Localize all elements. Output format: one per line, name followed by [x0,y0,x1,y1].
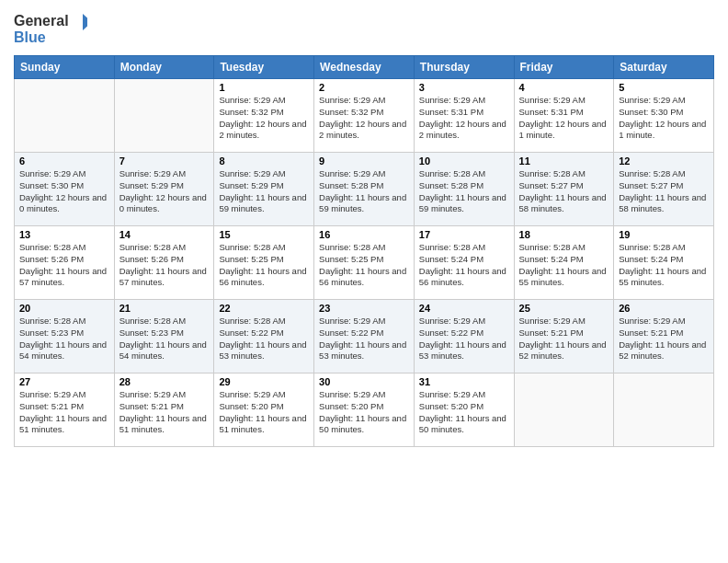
day-info: Sunrise: 5:29 AM Sunset: 5:21 PM Dayligh… [619,316,709,362]
day-number: 8 [219,155,309,167]
day-number: 6 [19,155,109,167]
day-number: 26 [619,303,709,314]
day-number: 23 [319,303,409,314]
day-info: Sunrise: 5:29 AM Sunset: 5:20 PM Dayligh… [319,389,409,436]
day-info: Sunrise: 5:28 AM Sunset: 5:24 PM Dayligh… [519,242,609,289]
day-info: Sunrise: 5:28 AM Sunset: 5:22 PM Dayligh… [219,316,309,362]
day-cell: 11Sunrise: 5:28 AM Sunset: 5:27 PM Dayli… [514,153,614,226]
day-cell: 27Sunrise: 5:29 AM Sunset: 5:21 PM Dayli… [15,373,115,447]
day-info: Sunrise: 5:28 AM Sunset: 5:24 PM Dayligh… [419,242,509,289]
day-info: Sunrise: 5:29 AM Sunset: 5:30 PM Dayligh… [19,168,109,215]
day-cell: 29Sunrise: 5:29 AM Sunset: 5:20 PM Dayli… [214,373,314,447]
day-info: Sunrise: 5:28 AM Sunset: 5:26 PM Dayligh… [119,242,210,289]
day-number: 18 [519,229,609,240]
week-row-5: 27Sunrise: 5:29 AM Sunset: 5:21 PM Dayli… [15,373,714,447]
day-number: 7 [119,155,210,167]
header: General Blue [14,9,714,48]
week-row-4: 20Sunrise: 5:28 AM Sunset: 5:23 PM Dayli… [15,300,714,373]
day-info: Sunrise: 5:28 AM Sunset: 5:25 PM Dayligh… [319,242,409,289]
day-info: Sunrise: 5:29 AM Sunset: 5:31 PM Dayligh… [419,95,509,142]
day-info: Sunrise: 5:29 AM Sunset: 5:20 PM Dayligh… [219,389,309,436]
day-number: 25 [519,303,609,314]
day-cell: 7Sunrise: 5:29 AM Sunset: 5:29 PM Daylig… [114,153,214,226]
day-number: 2 [319,82,409,93]
day-info: Sunrise: 5:28 AM Sunset: 5:25 PM Dayligh… [219,242,309,289]
day-cell: 21Sunrise: 5:28 AM Sunset: 5:23 PM Dayli… [114,300,214,373]
svg-text:General: General [14,13,69,29]
day-header-saturday: Saturday [614,56,714,79]
day-number: 11 [519,155,609,167]
logo: General Blue [14,9,87,48]
day-number: 17 [419,229,509,240]
day-cell: 20Sunrise: 5:28 AM Sunset: 5:23 PM Dayli… [15,300,115,373]
day-header-sunday: Sunday [15,56,115,79]
day-header-thursday: Thursday [414,56,514,79]
day-header-monday: Monday [114,56,214,79]
day-cell: 28Sunrise: 5:29 AM Sunset: 5:21 PM Dayli… [114,373,214,447]
day-number: 5 [619,82,709,93]
day-cell [15,79,115,153]
day-number: 28 [119,376,210,387]
day-cell: 18Sunrise: 5:28 AM Sunset: 5:24 PM Dayli… [514,226,614,300]
day-number: 31 [419,376,509,387]
day-info: Sunrise: 5:29 AM Sunset: 5:29 PM Dayligh… [219,168,309,215]
day-info: Sunrise: 5:28 AM Sunset: 5:24 PM Dayligh… [619,242,709,289]
day-number: 19 [619,229,709,240]
calendar-table: SundayMondayTuesdayWednesdayThursdayFrid… [14,55,714,447]
day-info: Sunrise: 5:28 AM Sunset: 5:27 PM Dayligh… [619,168,709,215]
day-cell: 3Sunrise: 5:29 AM Sunset: 5:31 PM Daylig… [414,79,514,153]
day-number: 21 [119,303,210,314]
day-info: Sunrise: 5:29 AM Sunset: 5:31 PM Dayligh… [519,95,609,142]
day-cell: 1Sunrise: 5:29 AM Sunset: 5:32 PM Daylig… [214,79,314,153]
day-cell: 15Sunrise: 5:28 AM Sunset: 5:25 PM Dayli… [214,226,314,300]
day-cell: 13Sunrise: 5:28 AM Sunset: 5:26 PM Dayli… [15,226,115,300]
day-cell: 16Sunrise: 5:28 AM Sunset: 5:25 PM Dayli… [314,226,415,300]
day-cell: 23Sunrise: 5:29 AM Sunset: 5:22 PM Dayli… [314,300,415,373]
logo-svg: General Blue [14,9,87,48]
day-cell [614,373,714,447]
day-cell: 8Sunrise: 5:29 AM Sunset: 5:29 PM Daylig… [214,153,314,226]
day-number: 1 [219,82,309,93]
day-info: Sunrise: 5:28 AM Sunset: 5:23 PM Dayligh… [19,316,109,362]
day-header-wednesday: Wednesday [314,56,415,79]
day-number: 20 [19,303,109,314]
day-cell: 14Sunrise: 5:28 AM Sunset: 5:26 PM Dayli… [114,226,214,300]
day-info: Sunrise: 5:29 AM Sunset: 5:21 PM Dayligh… [19,389,109,436]
day-cell [114,79,214,153]
day-info: Sunrise: 5:28 AM Sunset: 5:28 PM Dayligh… [419,168,509,215]
day-info: Sunrise: 5:29 AM Sunset: 5:21 PM Dayligh… [519,316,609,362]
day-number: 9 [319,155,409,167]
day-info: Sunrise: 5:28 AM Sunset: 5:23 PM Dayligh… [119,316,210,362]
day-number: 14 [119,229,210,240]
day-cell: 4Sunrise: 5:29 AM Sunset: 5:31 PM Daylig… [514,79,614,153]
day-cell: 31Sunrise: 5:29 AM Sunset: 5:20 PM Dayli… [414,373,514,447]
page: General Blue SundayMondayTuesdayWednesda… [0,0,728,563]
day-cell: 25Sunrise: 5:29 AM Sunset: 5:21 PM Dayli… [514,300,614,373]
week-row-3: 13Sunrise: 5:28 AM Sunset: 5:26 PM Dayli… [15,226,714,300]
day-number: 29 [219,376,309,387]
calendar-header-row: SundayMondayTuesdayWednesdayThursdayFrid… [15,56,714,79]
day-cell: 2Sunrise: 5:29 AM Sunset: 5:32 PM Daylig… [314,79,415,153]
svg-text:Blue: Blue [14,29,46,45]
day-number: 16 [319,229,409,240]
day-cell: 30Sunrise: 5:29 AM Sunset: 5:20 PM Dayli… [314,373,415,447]
day-cell: 5Sunrise: 5:29 AM Sunset: 5:30 PM Daylig… [614,79,714,153]
day-number: 12 [619,155,709,167]
day-number: 15 [219,229,309,240]
day-cell: 10Sunrise: 5:28 AM Sunset: 5:28 PM Dayli… [414,153,514,226]
svg-marker-2 [83,14,87,30]
day-number: 3 [419,82,509,93]
day-info: Sunrise: 5:29 AM Sunset: 5:30 PM Dayligh… [619,95,709,142]
day-info: Sunrise: 5:29 AM Sunset: 5:22 PM Dayligh… [419,316,509,362]
day-info: Sunrise: 5:29 AM Sunset: 5:32 PM Dayligh… [319,95,409,142]
day-number: 4 [519,82,609,93]
day-number: 13 [19,229,109,240]
day-number: 27 [19,376,109,387]
day-cell: 22Sunrise: 5:28 AM Sunset: 5:22 PM Dayli… [214,300,314,373]
day-cell: 9Sunrise: 5:29 AM Sunset: 5:28 PM Daylig… [314,153,415,226]
week-row-1: 1Sunrise: 5:29 AM Sunset: 5:32 PM Daylig… [15,79,714,153]
day-number: 10 [419,155,509,167]
day-number: 24 [419,303,509,314]
day-cell: 24Sunrise: 5:29 AM Sunset: 5:22 PM Dayli… [414,300,514,373]
day-cell: 12Sunrise: 5:28 AM Sunset: 5:27 PM Dayli… [614,153,714,226]
